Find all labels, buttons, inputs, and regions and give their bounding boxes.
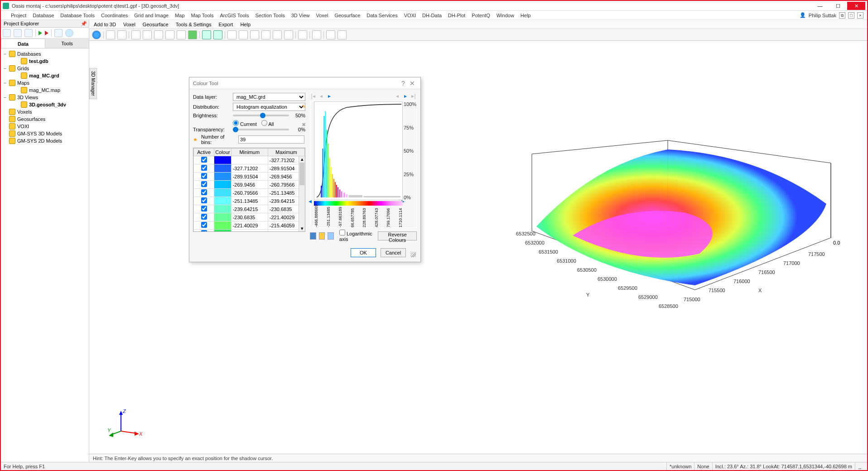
tree-item[interactable]: −Maps (3, 79, 87, 87)
transparency-slider[interactable] (233, 129, 289, 130)
minimize-button[interactable]: — (811, 2, 829, 10)
user-name[interactable]: Philip Suttak (809, 13, 836, 18)
3d-manager-tab[interactable]: 3D Manager (89, 68, 97, 99)
histogram-chart[interactable] (314, 101, 403, 200)
tree-item[interactable]: test.gdb (3, 58, 87, 65)
nav-prev-left-icon[interactable]: ◂ (318, 93, 324, 99)
close-button[interactable]: ✕ (847, 2, 865, 10)
info-icon[interactable] (65, 29, 73, 37)
copy-icon[interactable] (117, 30, 126, 39)
menu-dh-plot[interactable]: DH-Plot (448, 13, 466, 18)
sub-geosurface[interactable]: Geosurface (143, 22, 169, 27)
tree-item[interactable]: VOXI (3, 123, 87, 130)
box-icon[interactable] (177, 30, 186, 39)
cube4-icon[interactable] (261, 30, 270, 39)
tree-item[interactable]: Geosurfaces (3, 115, 87, 123)
menu-database[interactable]: Database (33, 13, 54, 18)
table-scrollbar[interactable]: ▴▾ (299, 156, 305, 231)
extent-icon[interactable] (165, 30, 174, 39)
mdi-maximize-icon[interactable]: □ (848, 12, 854, 19)
record-icon[interactable] (45, 31, 48, 35)
table-row[interactable]: -221.40029-215.46059 (194, 221, 305, 230)
exp-tool-4-icon[interactable] (54, 29, 63, 37)
dialog-help-icon[interactable]: ? (399, 80, 408, 87)
reverse-colours-button[interactable]: Reverse Colours (378, 231, 417, 240)
dialog-close-icon[interactable]: ✕ (408, 80, 417, 87)
menu-voxi[interactable]: VOXI (404, 13, 416, 18)
col-active[interactable]: Active (194, 149, 214, 156)
table-row[interactable]: -215.46059-208.53706 (194, 230, 305, 232)
table-row[interactable]: -251.13485-239.64215 (194, 197, 305, 205)
menu-arcgis-tools[interactable]: ArcGIS Tools (220, 13, 249, 18)
open-file-icon[interactable] (319, 232, 325, 240)
exp-tool-1-icon[interactable] (3, 29, 11, 37)
tree-item[interactable]: mag_MC.map (3, 87, 87, 94)
sub-add3d[interactable]: Add to 3D (94, 22, 116, 27)
menu-voxel[interactable]: Voxel (316, 13, 328, 18)
3d-canvas[interactable]: 3D Manager (89, 41, 867, 454)
tree-item[interactable]: mag_MC.grd (3, 72, 87, 79)
menu-map-tools[interactable]: Map Tools (191, 13, 214, 18)
col-min[interactable]: Minimum (231, 149, 268, 156)
cube3-icon[interactable] (250, 30, 259, 39)
snap-icon[interactable] (298, 30, 307, 39)
exp-tool-2-icon[interactable] (14, 29, 22, 37)
maximize-button[interactable]: ☐ (829, 2, 847, 10)
plane-xz-icon[interactable] (213, 30, 222, 39)
col-max[interactable]: Maximum (268, 149, 304, 156)
table-row[interactable]: -327.71202 (194, 156, 305, 164)
menu-geosurface[interactable]: Geosurface (334, 13, 360, 18)
menu-potentq[interactable]: PotentQ (472, 13, 490, 18)
resize-grip-icon[interactable] (410, 252, 416, 257)
log-axis-checkbox[interactable]: Logarithmic axis (339, 230, 375, 242)
cancel-edit-icon[interactable]: ✖ (302, 122, 308, 128)
sub-voxel[interactable]: Voxel (123, 22, 135, 27)
cancel-button[interactable]: Cancel (381, 248, 406, 257)
menu-3d-view[interactable]: 3D View (291, 13, 310, 18)
menu-coordinates[interactable]: Coordinates (101, 13, 128, 18)
data-layer-select[interactable]: mag_MC.grd (233, 93, 305, 101)
bins-input[interactable] (238, 135, 304, 144)
nav-first-left-icon[interactable]: |◂ (310, 93, 316, 99)
cursor-icon[interactable] (106, 30, 115, 39)
run-icon[interactable] (39, 31, 42, 35)
col-colour[interactable]: Colour (214, 149, 231, 156)
menu-data-services[interactable]: Data Services (366, 13, 397, 18)
radio-all[interactable]: All (261, 120, 274, 127)
tab-data[interactable]: Data (1, 38, 45, 48)
reset-icon[interactable] (328, 232, 334, 240)
distribution-select[interactable]: Histogram equalization (233, 103, 305, 111)
tree-item[interactable]: −Databases (3, 50, 87, 58)
tree-item[interactable]: 3D.geosoft_3dv (3, 101, 87, 108)
menu-database-tools[interactable]: Database Tools (60, 13, 95, 18)
plane-xy-icon[interactable] (202, 30, 211, 39)
nav-prev-right-icon[interactable]: ◂ (394, 93, 400, 99)
sub-help[interactable]: Help (240, 22, 251, 27)
save-file-icon[interactable] (310, 232, 316, 240)
table-row[interactable]: -239.64215-230.6835 (194, 205, 305, 213)
table-row[interactable]: -269.9456-260.79566 (194, 181, 305, 189)
cube1-icon[interactable] (227, 30, 236, 39)
sub-tools[interactable]: Tools & Settings (176, 22, 212, 27)
tree-item[interactable]: GM-SYS 3D Models (3, 130, 87, 137)
settings-icon[interactable] (338, 30, 347, 39)
menu-dh-data[interactable]: DH-Data (422, 13, 442, 18)
cube2-icon[interactable] (239, 30, 248, 39)
pencil-icon[interactable]: ✎ (302, 104, 308, 110)
restore-icon[interactable]: ⧉ (839, 12, 845, 19)
camera-icon[interactable] (326, 30, 335, 39)
tree-item[interactable]: GM-SYS 2D Models (3, 137, 87, 144)
dialog-titlebar[interactable]: Colour Tool ? ✕ (189, 77, 420, 89)
explorer-tree[interactable]: −Databasestest.gdb−Gridsmag_MC.grd−Mapsm… (1, 48, 89, 146)
menu-window[interactable]: Window (497, 13, 514, 18)
nav-next-left-icon[interactable]: ▸ (326, 93, 333, 99)
radio-current[interactable]: Current (233, 120, 257, 127)
tree-item[interactable]: −3D Views (3, 94, 87, 101)
cube5-icon[interactable] (273, 30, 282, 39)
rotate-icon[interactable] (154, 30, 163, 39)
tree-item[interactable]: −Grids (3, 65, 87, 72)
zoom-icon[interactable] (143, 30, 152, 39)
menu-help[interactable]: Help (521, 13, 531, 18)
tab-tools[interactable]: Tools (45, 38, 89, 48)
cube6-icon[interactable] (284, 30, 293, 39)
